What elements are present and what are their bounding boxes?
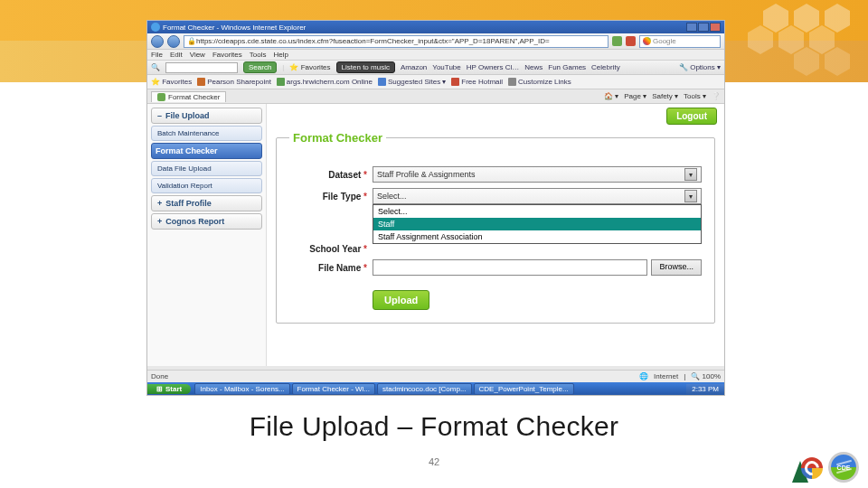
browser-tab-active[interactable]: Format Checker — [151, 91, 226, 102]
stop-button[interactable] — [626, 36, 636, 46]
tabcmd-tools[interactable]: Tools ▾ — [684, 92, 706, 100]
menu-bar: File Edit View Favorites Tools Help — [147, 50, 724, 61]
accordion-file-upload[interactable]: – File Upload — [151, 108, 262, 124]
nav-batch-maintenance[interactable]: Batch Maintenance — [151, 126, 262, 141]
favbar-item-0[interactable]: Pearson Sharepoint — [197, 78, 271, 86]
minimize-button[interactable] — [686, 23, 697, 32]
slide-logos: CDE — [796, 452, 859, 483]
status-trust: Internet — [654, 372, 678, 380]
filetype-dropdown[interactable]: Select... Staff Staff Assignment Associa… — [373, 204, 702, 244]
taskbar-item-3[interactable]: CDE_PowerPoint_Temple... — [474, 383, 574, 395]
toolbar-link-games[interactable]: Fun Games — [548, 63, 586, 71]
filetype-option-1[interactable]: Staff — [373, 218, 701, 230]
toolbar-favorites-button[interactable]: ⭐ Favorites — [289, 63, 330, 71]
nav-validation-report[interactable]: Validation Report — [151, 178, 262, 193]
label-filetype: File Type * — [289, 192, 367, 202]
back-button[interactable] — [151, 35, 164, 48]
favbar-item-1[interactable]: args.hrwichern.com Online — [277, 78, 373, 86]
window-title: Format Checker - Windows Internet Explor… — [163, 23, 306, 32]
taskbar-item-0[interactable]: Inbox - Mailbox - Sorens... — [194, 383, 289, 395]
toolbar-link-celeb[interactable]: Celebrity — [591, 63, 620, 71]
accordion-toggle-icon: + — [157, 217, 162, 226]
app-body: – File Upload Batch Maintenance Format C… — [147, 104, 724, 366]
toolbar-row: 🔍 Search | ⭐ Favorites Listen to music A… — [147, 61, 724, 75]
maximize-button[interactable] — [698, 23, 709, 32]
toolbar-search-button[interactable]: Search — [243, 61, 277, 73]
start-button[interactable]: ⊞ Start — [147, 384, 191, 394]
logout-button[interactable]: Logout — [666, 108, 717, 125]
windows-taskbar: ⊞ Start Inbox - Mailbox - Sorens... Form… — [147, 382, 724, 395]
toolbar-link-youtube[interactable]: YouTube — [432, 63, 460, 71]
menu-tools[interactable]: Tools — [250, 51, 267, 59]
label-dataset: Dataset * — [289, 170, 367, 180]
row-schoolyear: School Year * — [289, 244, 702, 254]
close-button[interactable] — [710, 23, 721, 32]
chevron-down-icon — [684, 190, 697, 202]
sidebar: – File Upload Batch Maintenance Format C… — [147, 104, 267, 366]
upload-button[interactable]: Upload — [373, 290, 429, 310]
favbar-item-3[interactable]: Free Hotmail — [451, 78, 503, 86]
browser-window: Format Checker - Windows Internet Explor… — [146, 20, 725, 396]
format-checker-fieldset: Format Checker Dataset * Staff Profile &… — [276, 131, 715, 324]
search-provider-text: Google — [653, 37, 676, 45]
forward-button[interactable] — [167, 35, 180, 48]
tabcmd-help-icon[interactable]: ❔ — [712, 92, 721, 100]
filetype-option-2[interactable]: Staff Assignment Association — [373, 230, 701, 243]
system-tray[interactable]: 2:33 PM — [686, 384, 724, 394]
toolbar-search-input[interactable] — [165, 62, 238, 73]
search-box[interactable]: Google — [639, 35, 721, 48]
tabcmd-page[interactable]: Page ▾ — [624, 92, 646, 100]
toolbar-link-hp[interactable]: HP Owners Cl… — [467, 63, 520, 71]
tab-strip: Format Checker 🏠 ▾ Page ▾ Safety ▾ Tools… — [147, 89, 724, 104]
nav-format-checker[interactable]: Format Checker — [151, 143, 262, 159]
taskbar-item-1[interactable]: Format Checker - Wi... — [292, 383, 375, 395]
address-input[interactable]: 🔒 https://cdeapps.cde.state.co.us/index.… — [184, 35, 609, 48]
toolbar-search-icon: 🔍 — [151, 63, 160, 71]
menu-favorites[interactable]: Favorites — [212, 51, 242, 59]
toolbar-listen-button[interactable]: Listen to music — [336, 61, 395, 73]
filetype-value: Select... — [377, 192, 407, 201]
toolbar-link-amazon[interactable]: Amazon — [401, 63, 427, 71]
window-controls[interactable] — [686, 23, 721, 32]
status-bar: Done 🌐 Internet | 🔍 100% — [147, 370, 724, 382]
accordion-cognos-report[interactable]: + Cognos Report — [151, 213, 262, 230]
accordion-staff-profile[interactable]: + Staff Profile — [151, 195, 262, 211]
accordion-label: Staff Profile — [165, 199, 212, 208]
windows-logo-icon: ⊞ — [156, 385, 163, 393]
window-titlebar: Format Checker - Windows Internet Explor… — [147, 21, 724, 33]
menu-edit[interactable]: Edit — [170, 51, 183, 59]
toolbar-options-button[interactable]: 🔧 Options ▾ — [679, 63, 721, 71]
tab-label: Format Checker — [168, 93, 220, 101]
row-filename: File Name * Browse... — [289, 259, 702, 276]
dataset-select[interactable]: Staff Profile & Assignments — [373, 166, 702, 183]
label-schoolyear: School Year * — [289, 244, 367, 254]
menu-view[interactable]: View — [190, 51, 205, 59]
nav-data-file-upload[interactable]: Data File Upload — [151, 161, 262, 176]
favbar-item-2[interactable]: Suggested Sites ▾ — [378, 78, 446, 86]
status-left: Done — [151, 372, 168, 380]
favbar-item-4[interactable]: Customize Links — [508, 78, 571, 86]
toolbar-link-news[interactable]: News — [524, 63, 542, 71]
lock-icon: 🔒 — [187, 37, 196, 45]
accordion-toggle-icon: + — [157, 199, 162, 208]
browse-button[interactable]: Browse... — [651, 259, 702, 276]
row-filetype: File Type * Select... Select... Staff St… — [289, 188, 702, 204]
status-zoom[interactable]: 🔍 100% — [691, 372, 721, 380]
favorites-star-icon[interactable]: ⭐ Favorites — [151, 78, 192, 86]
filetype-option-0[interactable]: Select... — [373, 205, 701, 218]
accordion-toggle-icon: – — [157, 111, 162, 120]
refresh-button[interactable] — [612, 36, 622, 46]
tabcmd-home[interactable]: 🏠 ▾ — [604, 92, 618, 100]
taskbar-item-2[interactable]: stadmincoco.doc [Comp... — [377, 383, 471, 395]
label-filename: File Name * — [289, 263, 367, 273]
menu-file[interactable]: File — [151, 51, 163, 59]
address-bar-row: 🔒 https://cdeapps.cde.state.co.us/index.… — [147, 33, 724, 50]
row-dataset: Dataset * Staff Profile & Assignments — [289, 166, 702, 183]
tabcmd-safety[interactable]: Safety ▾ — [652, 92, 678, 100]
favorites-bar: ⭐ Favorites Pearson Sharepoint args.hrwi… — [147, 75, 724, 89]
url-text: https://cdeapps.cde.state.co.us/index.cf… — [196, 37, 550, 45]
filetype-select[interactable]: Select... — [373, 188, 702, 204]
ie-logo-icon — [151, 23, 160, 32]
menu-help[interactable]: Help — [273, 51, 288, 59]
filename-input[interactable] — [373, 259, 647, 276]
